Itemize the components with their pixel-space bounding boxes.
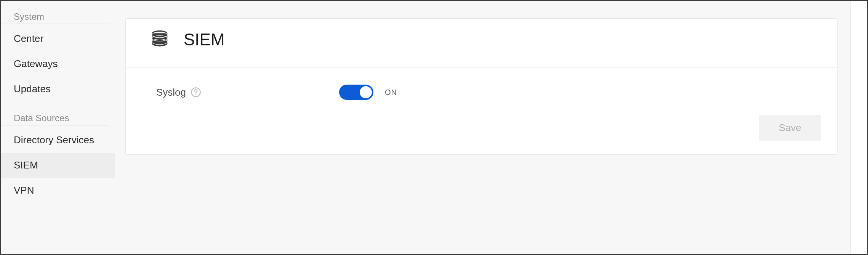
help-icon[interactable] — [191, 87, 201, 98]
sidebar-item-siem[interactable]: SIEM — [1, 153, 115, 178]
sidebar-item-updates[interactable]: Updates — [1, 77, 115, 102]
svg-point-10 — [195, 94, 197, 95]
panel-title: SIEM — [184, 30, 225, 49]
siem-panel: SIEM Syslog — [125, 18, 838, 155]
sidebar-section-data-sources: Data Sources — [1, 113, 109, 125]
syslog-setting-row: Syslog ON — [156, 85, 821, 100]
sidebar: System Center Gateways Updates Data Sour… — [1, 1, 117, 254]
panel-header: SIEM — [126, 19, 837, 68]
sidebar-item-center[interactable]: Center — [1, 26, 115, 51]
database-icon — [149, 29, 170, 50]
sidebar-section-system: System — [1, 11, 109, 24]
syslog-label: Syslog — [156, 87, 339, 98]
sidebar-item-vpn[interactable]: VPN — [1, 178, 115, 203]
app-frame: System Center Gateways Updates Data Sour… — [0, 0, 868, 255]
sidebar-item-directory-services[interactable]: Directory Services — [1, 128, 115, 153]
syslog-label-text: Syslog — [156, 87, 186, 98]
sidebar-item-gateways[interactable]: Gateways — [1, 51, 115, 77]
panel-body: Syslog ON — [126, 68, 837, 154]
panel-footer: Save — [156, 100, 821, 141]
syslog-toggle-state: ON — [385, 88, 397, 97]
syslog-toggle-wrap: ON — [339, 85, 397, 100]
main-content: SIEM Syslog — [117, 1, 850, 254]
syslog-toggle[interactable] — [339, 85, 373, 100]
save-button[interactable]: Save — [759, 115, 821, 141]
svg-point-5 — [152, 41, 168, 47]
toggle-knob — [360, 86, 372, 98]
right-gutter — [850, 1, 867, 254]
